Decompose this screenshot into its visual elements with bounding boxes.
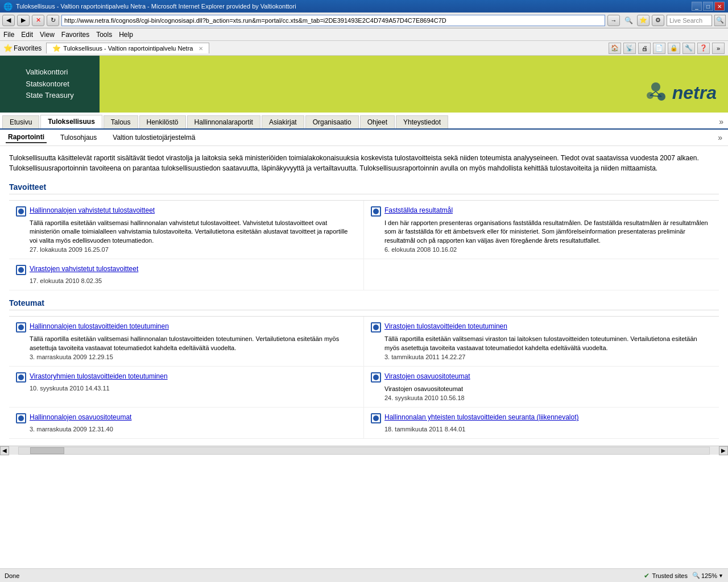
tabs-expand-icon[interactable]: » [717, 115, 726, 128]
report-title-1[interactable]: Hallinnonalojen vahvistetut tulostavoitt… [30, 206, 155, 214]
favorites-tab[interactable]: ⭐ Tuloksellisuus - Valtion raportointipa… [46, 43, 209, 53]
netra-logo: netra [642, 78, 717, 107]
forward-button[interactable]: ▶ [17, 15, 30, 26]
search-icon-magnify: 🔍 [622, 15, 635, 26]
horizontal-scrollbar[interactable] [18, 447, 710, 455]
window-controls: _ □ ✕ [692, 2, 725, 11]
toteumat-item-5: Hallinnonalojen osavuositoteumat 3. marr… [9, 408, 364, 439]
toteumat-title-2[interactable]: Virastojen tulostavoitteiden toteutumine… [384, 322, 507, 330]
toteumat-date-5: 3. marraskuuta 2009 12.31.40 [30, 426, 357, 433]
toteumat-title-3[interactable]: Virastoryhmien tulostavoitteiden toteutu… [30, 372, 168, 380]
menu-view[interactable]: View [40, 31, 55, 39]
report-link-3: Virastojen vahvistetut tulostavoitteet [16, 265, 357, 275]
toteumat-item-2: Virastojen tulostavoitteiden toteutumine… [364, 317, 719, 367]
report-title-2[interactable]: Fastställda resultatmål [384, 206, 453, 214]
home-btn[interactable]: 🏠 [609, 43, 621, 54]
tavoitteet-grid: Hallinnonalojen vahvistetut tulostavoitt… [9, 200, 719, 290]
close-btn[interactable]: ✕ [714, 2, 725, 11]
favorites-star-btn[interactable]: ⭐ [637, 15, 650, 26]
toteumat-date-3: 10. syyskuuta 2010 14.43.11 [30, 385, 357, 392]
safety-btn[interactable]: 🔒 [668, 43, 680, 54]
tools-dropdown-btn[interactable]: 🔧 [682, 43, 695, 54]
tab-ohjeet[interactable]: Ohjeet [360, 115, 395, 128]
subnav-raportointi[interactable]: Raportointi [6, 132, 47, 143]
menu-bar: File Edit View Favorites Tools Help [0, 28, 728, 41]
print-btn[interactable]: 🖨 [638, 43, 651, 54]
tab-organisaatio[interactable]: Organisaatio [305, 115, 359, 128]
menu-favorites[interactable]: Favorites [61, 31, 89, 39]
report-item-3: Virastojen vahvistetut tulostavoitteet 1… [9, 259, 364, 290]
menu-edit[interactable]: Edit [21, 31, 33, 39]
menu-tools[interactable]: Tools [96, 31, 112, 39]
page-btn[interactable]: 📄 [653, 43, 665, 54]
subnav-expand-icon[interactable]: » [718, 133, 722, 142]
toteumat-title-5[interactable]: Hallinnonalojen osavuositoteumat [30, 413, 131, 421]
tab-close-icon[interactable]: ✕ [198, 45, 203, 52]
toteumat-link-6: Hallinnonalan yhteisten tulostavoitteide… [371, 413, 712, 423]
header-right: netra [100, 56, 728, 113]
address-bar: ◀ ▶ ✕ ↻ → 🔍 ⭐ ⚙ Live Search 🔍 [0, 13, 728, 28]
tab-asiakirjat[interactable]: Asiakirjat [262, 115, 304, 128]
tab-tuloksellisuus[interactable]: Tuloksellisuus [40, 115, 102, 128]
tab-hallinnonalaraportit[interactable]: Hallinnonalaraportit [187, 115, 260, 128]
toteumat-link-2: Virastojen tulostavoitteiden toteutumine… [371, 322, 712, 332]
report-desc-1: Tällä raportilla esitetään valitsemasi h… [30, 219, 357, 245]
back-button[interactable]: ◀ [2, 15, 15, 26]
report-icon-3 [16, 265, 26, 275]
report-desc-2: I den här rapporten presenteras organisa… [384, 219, 712, 245]
rss-btn[interactable]: 📡 [623, 43, 636, 54]
toteumat-title-4[interactable]: Virastojen osavuositoteumat [384, 372, 470, 380]
report-item-2: Fastställda resultatmål I den här rappor… [364, 201, 719, 259]
report-icon-inner-1 [18, 209, 24, 214]
more-btn[interactable]: » [712, 43, 725, 54]
report-link-1: Hallinnonalojen vahvistetut tulostavoitt… [16, 206, 357, 217]
stop-button[interactable]: ✕ [32, 15, 44, 26]
live-search-label: Live Search [669, 17, 702, 24]
refresh-button[interactable]: ↻ [47, 15, 59, 26]
report-icon-2 [371, 206, 381, 217]
tab-etusivu[interactable]: Etusivu [2, 115, 39, 128]
go-button[interactable]: → [607, 15, 620, 26]
toteumat-title-6[interactable]: Hallinnonalan yhteisten tulostavoitteide… [384, 413, 579, 421]
page-content: Valtiokonttori Statskontoret State Treas… [0, 56, 728, 446]
toteumat-item-6: Hallinnonalan yhteisten tulostavoitteide… [364, 408, 719, 439]
subnav-tulosohjaus[interactable]: Tulosohjaus [58, 132, 99, 143]
toteumat-desc-2: Tällä raportilla esitetään valitsemasi v… [384, 335, 712, 352]
address-input[interactable] [61, 15, 605, 26]
toteumat-title-1[interactable]: Hallinnonalojen tulostavoitteiden toteut… [30, 322, 169, 330]
menu-help[interactable]: Help [119, 31, 133, 39]
help-btn[interactable]: ❓ [697, 43, 710, 54]
tab-talous[interactable]: Talous [104, 115, 138, 128]
toteumat-item-1: Hallinnonalojen tulostavoitteiden toteut… [9, 317, 364, 367]
search-submit-btn[interactable]: 🔍 [714, 15, 726, 26]
report-item-4-empty [364, 259, 719, 290]
report-date-1: 27. lokakuuta 2009 16.25.07 [30, 246, 357, 253]
favorites-label: ⭐ Favorites [3, 44, 42, 52]
report-icon-inner-2 [373, 209, 379, 214]
subnav-tulostietoj[interactable]: Valtion tulostietojärjestelmä [110, 132, 197, 143]
tab-yhteystiedot[interactable]: Yhteystiedot [396, 115, 448, 128]
toteumat-date-6: 18. tammikuuta 2011 8.44.01 [384, 426, 712, 433]
menu-file[interactable]: File [3, 31, 14, 39]
toteumat-item-4: Virastojen osavuositoteumat Virastojen o… [364, 367, 719, 408]
report-title-3[interactable]: Virastojen vahvistetut tulostavoitteet [30, 265, 138, 273]
toteumat-icon-3 [16, 372, 26, 383]
maximize-btn[interactable]: □ [703, 2, 713, 11]
main-content: Tuloksellisuutta käsittelevät raportit s… [0, 146, 728, 446]
scroll-left-btn[interactable]: ◀ [0, 446, 9, 455]
report-date-2: 6. elokuuta 2008 10.16.02 [384, 246, 712, 253]
tab-henkilosto[interactable]: Henkilöstö [139, 115, 186, 128]
toteumat-link-3: Virastoryhmien tulostavoitteiden toteutu… [16, 372, 357, 383]
tools-btn[interactable]: ⚙ [652, 15, 664, 26]
toteumat-icon-inner-5 [18, 415, 24, 421]
svg-point-0 [651, 82, 660, 92]
scroll-right-btn[interactable]: ▶ [719, 446, 728, 455]
report-date-3: 17. elokuuta 2010 8.02.35 [30, 277, 357, 284]
minimize-btn[interactable]: _ [692, 2, 702, 11]
toteumat-icon-inner-6 [373, 415, 379, 421]
scrollbar-thumb[interactable] [30, 447, 64, 454]
toteumat-icon-1 [16, 322, 26, 332]
toteumat-icon-4 [371, 372, 381, 383]
live-search-box[interactable]: Live Search [667, 15, 712, 26]
toteumat-date-4: 24. syyskuuta 2010 10.56.18 [384, 394, 712, 401]
